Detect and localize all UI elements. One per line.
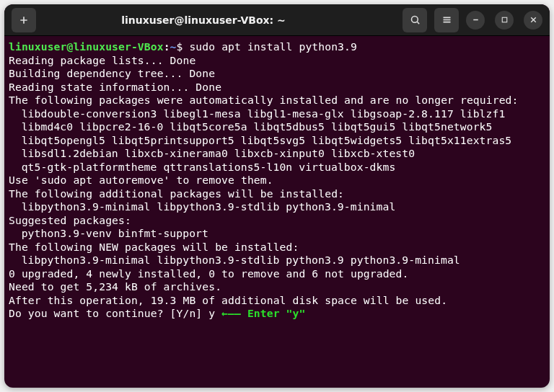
prompt-user: linuxuser@linuxuser-VBox — [9, 40, 164, 53]
hamburger-menu-button[interactable] — [434, 8, 459, 32]
output-line: qt5-gtk-platformtheme qttranslations5-l1… — [9, 161, 545, 174]
window-controls — [466, 11, 542, 30]
continue-prompt-line: Do you want to continue? [Y/n] y ←—— Ent… — [9, 307, 545, 321]
output-line: libpython3.9-minimal libpython3.9-stdlib… — [9, 254, 545, 267]
svg-point-2 — [411, 17, 418, 23]
command-text: sudo apt install python3.9 — [183, 40, 356, 53]
output-line: 0 upgraded, 4 newly installed, 0 to remo… — [9, 267, 545, 281]
output-line: libmd4c0 libpcre2-16-0 libqt5core5a libq… — [9, 120, 545, 134]
search-button[interactable] — [403, 8, 427, 32]
output-line: Suggested packages: — [9, 214, 545, 228]
maximize-button[interactable] — [495, 11, 514, 30]
user-input: y — [208, 307, 215, 319]
output-line: Use 'sudo apt autoremove' to remove them… — [9, 174, 545, 187]
output-line: libqt5opengl5 libqt5printsupport5 libqt5… — [9, 134, 545, 148]
new-tab-button[interactable] — [12, 8, 36, 32]
svg-line-3 — [417, 22, 419, 24]
window-title: linuxuser@linuxuser-VBox: ~ — [121, 14, 286, 26]
continue-prompt: Do you want to continue? [Y/n] — [9, 307, 208, 319]
output-line: libdouble-conversion3 libegl1-mesa libgl… — [9, 107, 545, 121]
output-line: Building dependency tree... Done — [9, 67, 545, 81]
output-line: Need to get 5,234 kB of archives. — [9, 280, 545, 294]
titlebar: linuxuser@linuxuser-VBox: ~ — [4, 4, 550, 36]
title-section: linuxuser@linuxuser-VBox: ~ — [12, 14, 395, 26]
output-line: The following NEW packages will be insta… — [9, 241, 545, 254]
output-line: python3.9-venv binfmt-support — [9, 227, 545, 241]
output-line: libpython3.9-minimal libpython3.9-stdlib… — [9, 200, 545, 214]
terminal-body[interactable]: linuxuser@linuxuser-VBox:~$ sudo apt ins… — [4, 36, 550, 388]
prompt-sep: : — [164, 40, 170, 53]
output-line: Reading state information... Done — [9, 81, 545, 94]
close-button[interactable] — [524, 11, 542, 30]
svg-rect-8 — [502, 17, 507, 22]
arrow-icon: ←—— — [215, 307, 247, 319]
output-line: The following additional packages will b… — [9, 187, 545, 201]
minimize-button[interactable] — [466, 11, 485, 30]
output-line: After this operation, 19.3 MB of additio… — [9, 294, 545, 308]
terminal-window: linuxuser@linuxuser-VBox: ~ linuxuser@li… — [4, 4, 550, 388]
prompt-line: linuxuser@linuxuser-VBox:~$ sudo apt ins… — [9, 40, 545, 54]
annotation-text: Enter "y" — [247, 307, 305, 319]
prompt-path: ~ — [170, 40, 177, 53]
output-line: The following packages were automaticall… — [9, 94, 545, 107]
output-line: libsdl1.2debian libxcb-xinerama0 libxcb-… — [9, 147, 545, 161]
output-line: Reading package lists... Done — [9, 54, 545, 68]
